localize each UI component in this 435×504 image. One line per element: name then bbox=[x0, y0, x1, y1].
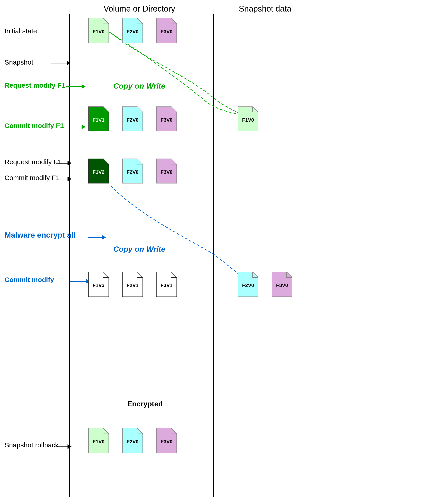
svg-curves bbox=[0, 0, 435, 504]
request-modify-green-arrow bbox=[66, 84, 86, 89]
label-commit-modify-blue: Commit modify bbox=[5, 276, 54, 284]
file-f3v0-snap2: F3V0 bbox=[272, 272, 292, 297]
file-f1v2-row3: F1V2 bbox=[88, 159, 109, 183]
file-label-f1v3-row4: F1V3 bbox=[88, 280, 109, 288]
file-f2v0-snap2: F2V0 bbox=[238, 272, 258, 297]
file-f1v0-row1: F1V0 bbox=[88, 18, 109, 43]
file-f3v1-row4: F3V1 bbox=[156, 272, 177, 297]
file-label-f2v0-rb: F2V0 bbox=[122, 436, 143, 445]
file-f3v0-rb: F3V0 bbox=[156, 428, 177, 453]
label-request-modify-f1-black: Request modify F1 bbox=[5, 158, 62, 166]
file-label-f2v1-row4: F2V1 bbox=[122, 280, 143, 288]
file-label-f3v0-rb: F3V0 bbox=[156, 436, 177, 445]
commit-modify-black-arrow bbox=[56, 177, 72, 181]
file-f1v1-row2: F1V1 bbox=[88, 107, 109, 131]
label-commit-modify-f1-green: Commit modify F1 bbox=[5, 122, 64, 130]
file-f1v3-row4: F1V3 bbox=[88, 272, 109, 297]
file-label-f2v0-row2: F2V0 bbox=[122, 115, 143, 123]
label-snapshot: Snapshot bbox=[5, 58, 33, 66]
file-label-f3v0-row1: F3V0 bbox=[156, 27, 177, 35]
file-label-f1v2-row3: F1V2 bbox=[88, 167, 109, 175]
file-label-f1v0-rb: F1V0 bbox=[88, 436, 109, 445]
file-f1v0-snap: F1V0 bbox=[238, 107, 258, 131]
label-snapshot-rollback: Snapshot rollback bbox=[5, 441, 58, 449]
diagram-container: Volume or Directory Snapshot data Initia… bbox=[0, 0, 435, 504]
file-f2v0-row2: F2V0 bbox=[122, 107, 143, 131]
commit-modify-blue-arrow bbox=[70, 279, 90, 284]
cow-green-label: Copy on Write bbox=[113, 81, 165, 90]
file-label-f2v0-row3: F2V0 bbox=[122, 167, 143, 175]
snapshot-data-header: Snapshot data bbox=[222, 4, 308, 14]
right-divider bbox=[213, 14, 214, 497]
snapshot-rollback-arrow bbox=[56, 444, 72, 449]
malware-encrypt-arrow bbox=[88, 235, 106, 240]
request-modify-black-arrow bbox=[56, 161, 72, 165]
file-label-f3v0-row2: F3V0 bbox=[156, 115, 177, 123]
file-f1v0-rb: F1V0 bbox=[88, 428, 109, 453]
label-initial-state: Initial state bbox=[5, 27, 37, 35]
file-label-f3v0-snap2: F3V0 bbox=[272, 280, 292, 288]
file-f2v1-row4: F2V1 bbox=[122, 272, 143, 297]
file-f3v0-row1: F3V0 bbox=[156, 18, 177, 43]
volume-dir-header: Volume or Directory bbox=[88, 4, 190, 14]
cow-blue-label: Copy on Write bbox=[113, 245, 165, 253]
file-label-f3v0-row3: F3V0 bbox=[156, 167, 177, 175]
file-label-f1v0-row1: F1V0 bbox=[88, 27, 109, 35]
snapshot-arrow bbox=[51, 61, 71, 65]
file-label-f1v1-row2: F1V1 bbox=[88, 115, 109, 123]
commit-modify-green-arrow bbox=[66, 125, 86, 129]
file-f2v0-row1: F2V0 bbox=[122, 18, 143, 43]
file-label-f3v1-row4: F3V1 bbox=[156, 280, 177, 288]
file-f3v0-row2: F3V0 bbox=[156, 107, 177, 131]
label-commit-modify-f1-black: Commit modify F1 bbox=[5, 174, 60, 182]
file-label-f2v0-row1: F2V0 bbox=[122, 27, 143, 35]
label-request-modify-f1-green: Request modify F1 bbox=[5, 81, 65, 89]
file-label-f1v0-snap: F1V0 bbox=[238, 115, 258, 123]
encrypted-label: Encrypted bbox=[111, 400, 179, 408]
file-f3v0-row3: F3V0 bbox=[156, 159, 177, 183]
file-f2v0-row3: F2V0 bbox=[122, 159, 143, 183]
file-f2v0-rb: F2V0 bbox=[122, 428, 143, 453]
file-label-f2v0-snap2: F2V0 bbox=[238, 280, 258, 288]
label-malware-encrypt-all: Malware encrypt all bbox=[5, 231, 76, 239]
